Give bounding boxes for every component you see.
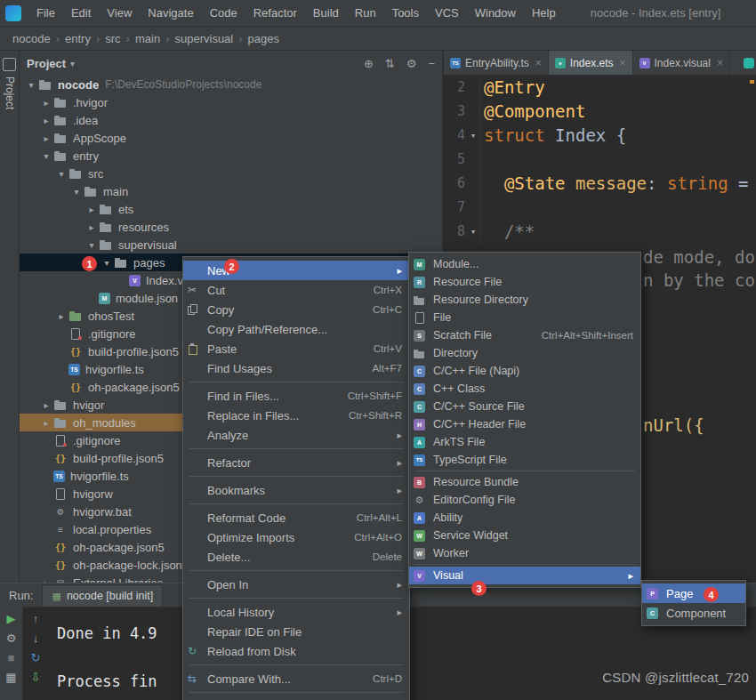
close-icon[interactable]: ×	[717, 57, 723, 69]
menubar-item-file[interactable]: File	[28, 6, 63, 20]
chevron-collapsed-icon[interactable]: ▸	[55, 311, 68, 321]
chevron-expanded-icon[interactable]: ▾	[70, 187, 83, 197]
context-menu-item-repair-ide-on-file[interactable]: Repair IDE on File	[183, 622, 409, 641]
new-submenu-item-worker[interactable]: WWorker	[409, 544, 640, 562]
fold-icon[interactable]: ▾	[467, 124, 480, 148]
new-submenu-item-resource-bundle[interactable]: BResource Bundle	[409, 473, 640, 491]
context-menu-item-open-in[interactable]: Open In▸	[183, 575, 409, 594]
new-submenu-item-file[interactable]: File	[409, 309, 640, 326]
context-menu-item-compare-with[interactable]: ⇆Compare With...Ctrl+D	[183, 669, 409, 688]
run-dashboard-icon[interactable]: ▦	[5, 672, 16, 683]
breadcrumb-src[interactable]: src	[101, 32, 124, 45]
settings-gear-icon[interactable]: ⚙	[406, 57, 417, 70]
new-submenu-item-c-c-header-file[interactable]: HC/C++ Header File	[409, 415, 640, 433]
tree-item-hvigor[interactable]: ▸.hvigor	[20, 93, 442, 111]
soft-wrap-icon[interactable]: ↻	[31, 652, 41, 664]
chevron-collapsed-icon[interactable]: ▸	[40, 98, 52, 108]
chevron-expanded-icon[interactable]: ▾	[101, 258, 113, 268]
new-submenu-item-c-c-file-napi[interactable]: CC/C++ File (Napi)	[409, 362, 640, 380]
editor-tab-index-ets[interactable]: eIndex.ets×	[549, 51, 633, 75]
chevron-expanded-icon[interactable]: ▾	[25, 80, 37, 90]
chevron-collapsed-icon[interactable]: ▸	[40, 116, 52, 125]
context-menu-item-replace-in-files[interactable]: Replace in Files...Ctr+Shift+R	[183, 406, 409, 425]
locate-icon[interactable]: ⊕	[364, 57, 374, 70]
menubar-item-navigate[interactable]: Navigate	[140, 6, 201, 20]
chevron-collapsed-icon[interactable]: ▸	[40, 400, 52, 410]
tree-item-nocode[interactable]: ▾nocodeF:\DevEcoStudioProjects\nocode	[20, 76, 442, 93]
breadcrumb-nocode[interactable]: nocode	[9, 32, 54, 45]
run-tab[interactable]: nocode [build init]	[42, 584, 163, 607]
context-menu-item-find-usages[interactable]: Find UsagesAlt+F7	[183, 358, 409, 378]
app-logo-icon[interactable]	[5, 5, 21, 21]
new-submenu-item-arkts-file[interactable]: AArkTS File	[409, 433, 640, 451]
chevron-expanded-icon[interactable]: ▾	[85, 240, 98, 250]
tree-item-ets[interactable]: ▸ets	[20, 200, 442, 218]
breadcrumb-entry[interactable]: entry	[61, 32, 94, 45]
close-icon[interactable]: ×	[620, 57, 626, 69]
context-menu-item-mark-directory-as[interactable]: Mark Directory as▸	[183, 696, 409, 700]
build-icon[interactable]: ⚙	[6, 632, 17, 644]
tree-item-entry[interactable]: ▾entry	[20, 147, 442, 165]
chevron-expanded-icon[interactable]: ▾	[55, 169, 68, 179]
context-menu-item-find-in-files[interactable]: Find in Files...Ctrl+Shift+F	[183, 386, 409, 406]
menubar-item-code[interactable]: Code	[202, 6, 245, 20]
chevron-down-icon[interactable]	[70, 59, 75, 68]
fold-icon[interactable]: ▾	[467, 220, 480, 244]
new-submenu-item-module[interactable]: MModule...	[409, 255, 640, 273]
context-menu-item-analyze[interactable]: Analyze▸	[183, 425, 409, 445]
stop-icon[interactable]: ■	[8, 652, 15, 664]
breadcrumb-supervisual[interactable]: supervisual	[171, 32, 237, 45]
close-icon[interactable]: ×	[535, 57, 542, 69]
context-menu-item-delete[interactable]: Delete...Delete	[183, 547, 409, 567]
context-menu-item-bookmarks[interactable]: Bookmarks▸	[183, 480, 409, 500]
tree-item-appscope[interactable]: ▸AppScope	[20, 129, 442, 147]
project-panel-title[interactable]: Project	[27, 57, 66, 70]
context-menu-item-copy-path-reference[interactable]: Copy Path/Reference...	[183, 319, 409, 339]
project-toolwindow-icon[interactable]	[3, 58, 16, 71]
menubar-item-refactor[interactable]: Refactor	[245, 6, 305, 20]
context-menu-item-copy[interactable]: CopyCtrl+C	[183, 300, 409, 319]
editor-tab-entryability-ts[interactable]: TSEntryAbility.ts×	[444, 51, 549, 75]
hide-panel-icon[interactable]: −	[428, 57, 435, 70]
up-stack-trace-icon[interactable]: ↑	[33, 613, 39, 624]
tree-item-src[interactable]: ▾src	[20, 165, 442, 182]
chevron-collapsed-icon[interactable]: ▸	[40, 133, 52, 143]
breadcrumb-pages[interactable]: pages	[245, 32, 283, 45]
chevron-expanded-icon[interactable]: ▾	[40, 151, 52, 161]
rerun-icon[interactable]: ▶	[7, 613, 16, 624]
tree-item-resources[interactable]: ▸resources	[20, 218, 442, 236]
context-menu-item-optimize-imports[interactable]: Optimize ImportsCtrl+Alt+O	[183, 527, 409, 547]
new-submenu-item-typescript-file[interactable]: TSTypeScript File	[409, 451, 640, 469]
menubar-item-run[interactable]: Run	[347, 6, 384, 20]
context-menu-item-paste[interactable]: PasteCtrl+V	[183, 339, 409, 358]
tree-item-supervisual[interactable]: ▾supervisual	[20, 236, 442, 253]
new-submenu-item-editorconfig-file[interactable]: ⚙EditorConfig File	[409, 491, 640, 509]
menubar-item-help[interactable]: Help	[524, 6, 564, 20]
editor-tab-index-visual[interactable]: VIndex.visual×	[633, 51, 730, 75]
menubar-item-vcs[interactable]: VCS	[427, 6, 467, 20]
menubar-item-edit[interactable]: Edit	[63, 6, 99, 20]
chevron-collapsed-icon[interactable]: ▸	[40, 418, 52, 428]
project-strip-label[interactable]: Project	[4, 76, 16, 109]
menubar-item-tools[interactable]: Tools	[384, 6, 427, 20]
new-submenu-item-scratch-file[interactable]: SScratch FileCtrl+Alt+Shift+Insert	[409, 326, 640, 344]
tree-item-main[interactable]: ▾main	[20, 182, 442, 200]
new-submenu-item-service-widget[interactable]: WService Widget	[409, 527, 640, 544]
context-menu-item-refactor[interactable]: Refactor▸	[183, 453, 409, 472]
new-submenu-item-visual[interactable]: VVisual▸	[409, 567, 640, 584]
down-stack-trace-icon[interactable]: ↓	[33, 632, 39, 644]
menubar-item-window[interactable]: Window	[467, 6, 524, 20]
new-submenu-item-resource-directory[interactable]: Resource Directory	[409, 291, 640, 309]
context-menu-item-cut[interactable]: ✂CutCtrl+X	[183, 280, 409, 300]
visual-submenu-item-component[interactable]: CComponent	[642, 603, 745, 623]
context-menu-item-reformat-code[interactable]: Reformat CodeCtrl+Alt+L	[183, 508, 409, 527]
scroll-to-end-icon[interactable]: ⇩	[31, 672, 41, 683]
context-menu-item-local-history[interactable]: Local History▸	[183, 602, 409, 622]
tree-item-idea[interactable]: ▸.idea	[20, 111, 442, 129]
new-submenu-item-ability[interactable]: AAbility	[409, 509, 640, 527]
new-submenu-item-c-class[interactable]: CC++ Class	[409, 380, 640, 398]
new-submenu-item-directory[interactable]: Directory	[409, 344, 640, 362]
new-submenu-item-resource-file[interactable]: RResource File	[409, 273, 640, 291]
expand-collapse-icon[interactable]: ⇅	[385, 57, 395, 70]
context-menu-item-reload-from-disk[interactable]: ↻Reload from Disk	[183, 641, 409, 661]
